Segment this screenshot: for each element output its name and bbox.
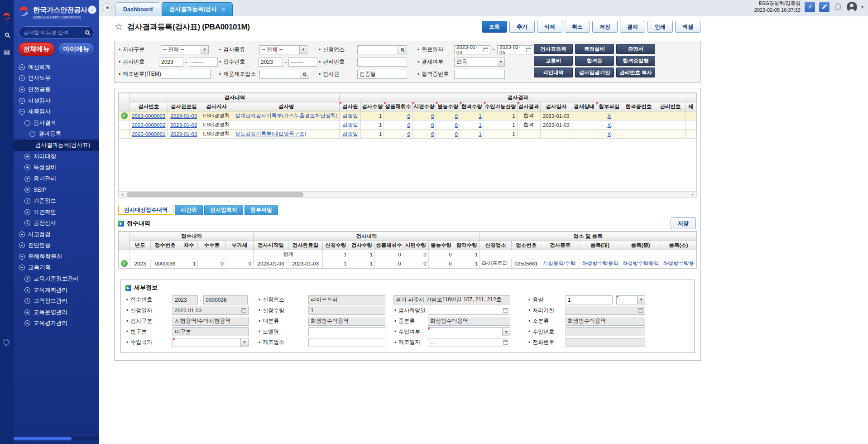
add-button[interactable]: 추가	[509, 21, 535, 33]
check-cell[interactable]	[119, 130, 130, 139]
column-header[interactable]: 합격증번호	[622, 102, 655, 111]
column-header[interactable]: 검사결과	[517, 102, 540, 111]
branch-select[interactable]: -- 전체 --▼	[161, 45, 209, 54]
import-yn-select[interactable]: ▼	[428, 327, 510, 336]
fail-qty-link[interactable]: 0	[455, 131, 458, 137]
all-menu-button[interactable]: 전체메뉴	[18, 42, 55, 56]
column-header[interactable]: 검사완료일	[288, 241, 323, 250]
column-header[interactable]: 불능수량	[428, 241, 454, 250]
tab-attachment[interactable]: 첨부파일	[245, 205, 278, 215]
cancel-button[interactable]: 취소	[565, 21, 590, 33]
inspector-input[interactable]	[357, 70, 407, 79]
attachment-link[interactable]: X	[608, 122, 611, 128]
capacity-field[interactable]	[566, 295, 613, 304]
inspection-type-select[interactable]: -- 전체 --▼	[259, 45, 307, 54]
complete-date-link[interactable]: 2023-01-03	[170, 131, 197, 137]
fail-qty-link[interactable]: 0	[455, 122, 458, 128]
column-header[interactable]: 첨부파일	[596, 102, 622, 111]
law-type-field[interactable]	[173, 327, 249, 336]
manufacturer-input[interactable]	[259, 70, 300, 79]
column-header[interactable]: 검사일자	[540, 102, 572, 111]
sample-qty-link[interactable]: 0	[407, 113, 410, 119]
certificate-no-input[interactable]	[454, 70, 505, 79]
expand-icon[interactable]	[24, 298, 30, 304]
collapse-icon[interactable]	[19, 265, 25, 270]
column-header[interactable]: 접수번호	[150, 241, 180, 250]
expand-icon[interactable]	[19, 87, 25, 92]
inspection-name-link[interactable]: 설계단계검사기록부(가스누출경보차단장치)	[235, 113, 337, 118]
complete-date-link[interactable]: 2023-01-03	[170, 122, 197, 128]
menu-search-icon[interactable]	[85, 30, 89, 34]
certificate-button[interactable]: 증명서	[616, 44, 655, 54]
pass-cert-issue-button[interactable]: 합격증발행	[616, 56, 655, 66]
apply-qty-field[interactable]	[308, 306, 385, 315]
menu-item[interactable]: 고객정보관리	[14, 295, 99, 307]
column-header[interactable]: 수수료	[198, 241, 225, 250]
expand-icon[interactable]	[24, 176, 30, 182]
applicant-company-input[interactable]	[357, 45, 398, 54]
inspection-name-link[interactable]: 성능검정기록부(내압방폭구조)	[235, 131, 306, 136]
category-large-field[interactable]	[308, 317, 385, 326]
inspection-sheet-register-button[interactable]: 검사표등록	[534, 44, 573, 54]
receipt-no-year-input[interactable]	[259, 58, 283, 67]
excel-button[interactable]: 엑셀	[675, 21, 700, 33]
expand-icon[interactable]	[24, 164, 30, 170]
sample-qty-link[interactable]: 0	[407, 122, 410, 128]
model-name-field[interactable]	[308, 327, 385, 336]
engraving-button[interactable]: 각인내역	[534, 68, 573, 77]
sample-qty-link[interactable]: 0	[407, 131, 410, 137]
column-header[interactable]: 검사번호	[130, 102, 168, 111]
complete-date-link[interactable]: 2023-01-03	[170, 113, 197, 119]
sidebar-collapse-button[interactable]: ‹	[88, 5, 96, 14]
column-header[interactable]: 신청수량	[323, 241, 349, 250]
menu-item[interactable]: 유해화학물질	[14, 251, 99, 262]
specimen-qty-link[interactable]: 0	[431, 113, 434, 119]
menu-item[interactable]: 검사결과	[14, 117, 99, 129]
column-header[interactable]: 결재상태	[572, 102, 596, 111]
specimen-qty-link[interactable]: 0	[431, 122, 434, 128]
tab-dashboard[interactable]: Dashboard	[115, 2, 160, 16]
my-menu-button[interactable]: 마이메뉴	[58, 42, 95, 56]
mgmt-no-input[interactable]	[357, 58, 407, 67]
tab-witness[interactable]: 검사입회자	[204, 205, 243, 215]
search-button[interactable]: 조회	[482, 21, 507, 33]
sidebar-scrollbar[interactable]	[14, 437, 99, 440]
specimen-qty-link[interactable]: 0	[431, 131, 434, 137]
phone-field[interactable]	[566, 338, 645, 347]
menu-item[interactable]: 요건확인	[14, 207, 99, 218]
inspection-number-link[interactable]: 2023-0000001	[132, 131, 165, 137]
menu-item[interactable]: 용기관리	[14, 173, 99, 184]
column-header[interactable]: 불능수량	[436, 102, 460, 111]
menu-item[interactable]: 시설검사	[14, 95, 99, 106]
column-header[interactable]: 검사수량	[361, 102, 384, 111]
column-header[interactable]: 검사지사	[200, 102, 233, 111]
column-header[interactable]: 품목(대)	[580, 241, 620, 250]
column-header[interactable]: 수입가능잔량	[484, 102, 517, 111]
scroll-left-icon[interactable]: ◂	[119, 192, 126, 198]
column-header[interactable]: 검사시작일	[254, 241, 288, 250]
column-header[interactable]: 부가세	[225, 241, 253, 250]
tab-receipt-detail[interactable]: 검사대상접수내역	[118, 205, 173, 215]
receipt-year-field[interactable]	[173, 295, 198, 304]
quick-menu-icon[interactable]: ▦	[4, 48, 10, 55]
expand-icon[interactable]	[19, 232, 25, 237]
inspector-link[interactable]: 김종일	[342, 113, 358, 118]
column-header[interactable]: 품목(소)	[661, 241, 696, 250]
inspector-link[interactable]: 김종일	[342, 122, 358, 127]
column-header[interactable]: 제	[686, 102, 696, 111]
menu-item[interactable]: 공장심사	[14, 217, 99, 229]
menu-item[interactable]: 결과등록	[14, 129, 99, 140]
attachment-link[interactable]: X	[608, 113, 611, 119]
inspection-no-seq-input[interactable]	[189, 58, 218, 67]
expand-icon[interactable]	[24, 287, 30, 293]
menu-item[interactable]: 처리대장	[14, 151, 99, 162]
tab-overtime[interactable]: 시간외	[175, 205, 203, 215]
expand-icon[interactable]	[24, 187, 30, 193]
menu-item[interactable]: 사고점검	[14, 229, 99, 240]
table-row[interactable]: 2023 0000036 1 0 0 2023-01-03 2023-01-03…	[119, 259, 696, 268]
approve-button[interactable]: 결재	[620, 21, 645, 33]
capacity-unit-select[interactable]: ▼	[616, 295, 645, 304]
receipt-seq-field[interactable]	[203, 295, 248, 304]
menu-item[interactable]: 인사노무	[14, 73, 99, 84]
expand-icon[interactable]	[19, 98, 25, 104]
